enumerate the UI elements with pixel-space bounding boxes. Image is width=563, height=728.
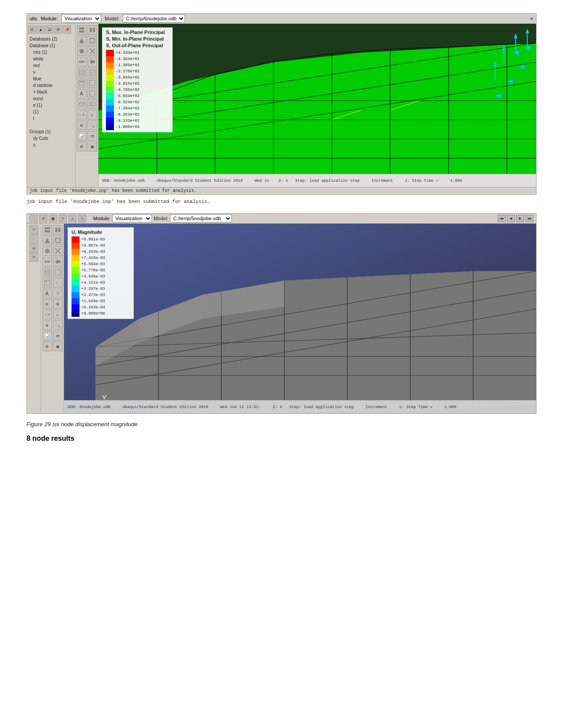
vtb-icon-17[interactable]: →↗ <box>77 110 87 120</box>
w2-tb-icon3[interactable]: 🗂 <box>30 244 38 252</box>
cc2-12 <box>72 311 79 317</box>
w2-tb-icon4[interactable]: ⟳ <box>30 253 38 262</box>
tb2-icon3[interactable]: ▦ <box>49 214 57 222</box>
cc2-6 <box>72 274 79 280</box>
vtb-icon-12[interactable]: ··· <box>87 78 97 88</box>
tree-item-white[interactable]: white <box>30 56 72 62</box>
tree-item-s[interactable]: s <box>30 142 72 148</box>
val-10: -8.263e+02 <box>116 112 140 118</box>
window1-close-btn[interactable]: ✕ <box>530 16 533 21</box>
vtb2-icon-20[interactable]: 🔍 <box>53 320 63 330</box>
vtb-icon-18[interactable]: ↙ <box>87 110 97 120</box>
module-select-1[interactable]: Visualization <box>61 15 101 23</box>
val-5: -3.915e+02 <box>116 81 140 87</box>
vtb-icon-5[interactable] <box>77 46 87 56</box>
vtb-icon-23[interactable]: ⊞ <box>77 142 87 151</box>
vtb-icon-3[interactable] <box>77 36 87 45</box>
vtb-icon-1[interactable] <box>77 25 87 35</box>
v2-10: +1.649e-03 <box>81 298 105 304</box>
vtb2-icon-2[interactable] <box>53 225 63 235</box>
vtb2-icon-10[interactable] <box>53 267 63 277</box>
viewport-1[interactable]: S, Max. In-Plane Principal S, Min. In-Pl… <box>98 24 536 187</box>
tree-item-rms[interactable]: rms (1) <box>30 49 72 56</box>
nav-next-btn[interactable]: ► <box>516 215 524 222</box>
tree-item-1[interactable]: (1) <box>30 109 72 115</box>
module-select-2[interactable]: Visualization <box>112 214 152 222</box>
pin-icon[interactable]: 📌 <box>63 26 71 34</box>
vtb-icon-16[interactable] <box>87 99 97 109</box>
vtb2-icon-6[interactable] <box>53 246 63 256</box>
vtb2-icon-23[interactable]: ⊞ <box>42 341 52 351</box>
tb2-icon5[interactable]: △ <box>68 214 76 222</box>
vtb2-icon-22[interactable]: 🗃 <box>53 331 63 341</box>
vtb-icon-22[interactable]: 🗃 <box>87 131 97 141</box>
vtb-icon-21[interactable]: 📊 <box>77 131 87 141</box>
tree-item-databases[interactable]: Databases (2) <box>30 36 72 42</box>
up-icon[interactable]: ▲ <box>37 26 45 34</box>
tree-item-database[interactable]: Database (1) <box>30 42 72 49</box>
vtb2-icon-18[interactable]: ↙ <box>53 310 63 319</box>
tree-item-v[interactable]: v <box>30 69 72 75</box>
vtb2-icon-13[interactable]: A <box>42 289 52 298</box>
tree-item-black[interactable]: > black <box>30 89 72 95</box>
tree-icon[interactable]: 🗂 <box>45 26 53 34</box>
tb2-icon4[interactable]: ▽ <box>59 214 67 222</box>
tree-item-blue[interactable]: blue <box>30 75 72 82</box>
tree-item-l[interactable]: l <box>30 115 72 122</box>
checkbox-icon[interactable]: ☑ <box>28 26 36 34</box>
vtb-icon-10[interactable]: ≡ <box>87 68 97 77</box>
vtb-icon-2[interactable] <box>87 25 97 35</box>
vtb2-icon-14[interactable]: ☐ <box>53 289 63 298</box>
vtb-icon-15[interactable] <box>77 99 87 109</box>
w2-tb-icon2[interactable]: ↑ <box>30 234 38 243</box>
ults-label: ults <box>30 16 37 21</box>
vtb-icon-11[interactable] <box>77 78 87 88</box>
val-3: -2.176e+02 <box>116 68 140 75</box>
tree-item-dycuts[interactable]: dy Cuts <box>30 135 72 142</box>
nav-last-btn[interactable]: ⏭ <box>525 215 533 222</box>
nav-prev-btn[interactable]: ◄ <box>507 215 515 222</box>
model-select-2[interactable]: C:/temp/5nodjobe.odb <box>170 214 232 222</box>
vtb-icon-24[interactable]: ▦ <box>87 142 97 151</box>
tree-item-red[interactable]: red <box>30 62 72 69</box>
vtb-icon-7[interactable] <box>77 57 87 67</box>
vtb2-icon-9[interactable] <box>42 267 52 277</box>
v2-4: +6.594e-03 <box>81 261 105 267</box>
vtb2-icon-15[interactable]: ⊟ <box>42 299 52 309</box>
w2-tb-icon1[interactable]: ☑ <box>30 225 38 234</box>
vtb-icon-13[interactable]: A <box>77 89 87 98</box>
tree-item-ound[interactable]: ound <box>30 95 72 102</box>
vtb2-icon-3[interactable] <box>42 236 52 245</box>
refresh-icon[interactable]: ⟳ <box>54 26 62 34</box>
vtb2-icon-5[interactable] <box>42 246 52 256</box>
vtb2-icon-4[interactable] <box>53 236 63 245</box>
nav-first-btn[interactable]: ⏮ <box>498 215 506 222</box>
tree-item-groups[interactable]: Groups (1) <box>30 128 72 135</box>
vtb-icon-8[interactable] <box>87 57 97 67</box>
tb2-icon1[interactable]: ⁚ <box>30 214 38 222</box>
vtb2-icon-12[interactable]: ≡ <box>53 278 63 288</box>
vtb2-icon-1[interactable] <box>42 225 52 235</box>
tb2-icon2[interactable]: ↺ <box>39 214 47 222</box>
vtb2-icon-8[interactable] <box>53 257 63 266</box>
figure-caption: Figure 29 six node displacement magnitud… <box>26 421 537 428</box>
vtb-icon-19[interactable]: ⊕ <box>77 120 87 130</box>
vtb-icon-9[interactable] <box>77 68 87 77</box>
tb2-icon6[interactable]: ╲ <box>78 214 86 222</box>
vtb-icon-14[interactable] <box>87 89 97 98</box>
tree-item-e1[interactable]: e (1) <box>30 102 72 109</box>
vtb-icon-6[interactable] <box>87 46 97 56</box>
vtb2-icon-21[interactable]: 📊 <box>42 331 52 341</box>
vtb-icon-4[interactable] <box>87 36 97 45</box>
vtb2-icon-24[interactable]: ▦ <box>53 341 63 351</box>
vtb2-icon-19[interactable]: ⊕ <box>42 320 52 330</box>
vtb2-icon-11[interactable] <box>42 278 52 288</box>
vtb2-icon-7[interactable] <box>42 257 52 266</box>
vtb2-icon-17[interactable]: →↗ <box>42 310 52 319</box>
vtb-icon-20[interactable]: 🔍 <box>87 120 97 130</box>
model-select-1[interactable]: C:/temp/6nodejobe.odb <box>123 15 185 23</box>
vtb2-icon-16[interactable]: ⊞ <box>53 299 63 309</box>
status-bar-1: job input file '6nodejobe.inp' has been … <box>27 187 536 194</box>
viewport-2[interactable]: U, Magnitude <box>64 224 536 413</box>
tree-item-rainbow[interactable]: d rainbow <box>30 82 72 89</box>
